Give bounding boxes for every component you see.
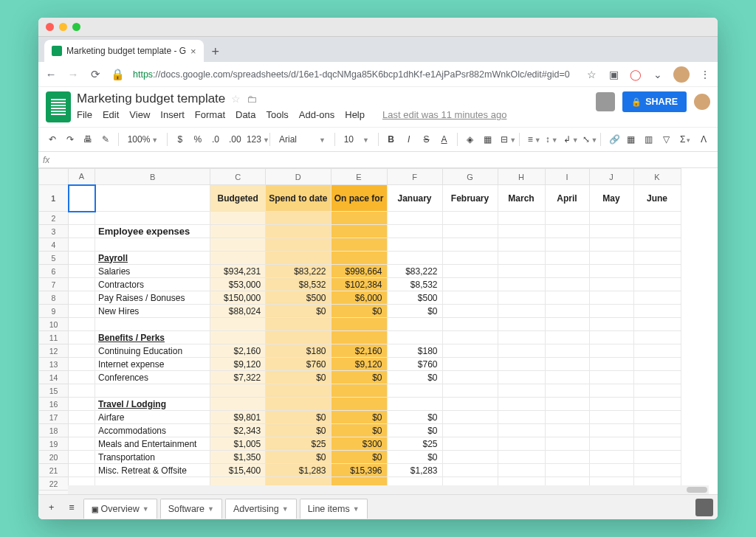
cell-G17[interactable] — [442, 411, 498, 424]
cell-A2[interactable] — [69, 212, 95, 225]
cell-J21[interactable] — [589, 464, 633, 477]
sheet-tab-advertising[interactable]: Advertising ▼ — [225, 499, 297, 519]
text-color-button[interactable]: A — [436, 131, 453, 148]
comment-button[interactable]: ▦ — [623, 131, 639, 148]
cell-H4[interactable] — [498, 238, 545, 252]
cell-F1[interactable]: January — [387, 185, 442, 212]
cell-D20[interactable]: $0 — [266, 451, 331, 464]
cell-C14[interactable]: $7,322 — [210, 371, 266, 384]
cell-F11[interactable] — [387, 331, 442, 344]
cell-E1[interactable]: On pace for — [331, 185, 387, 212]
cell-J4[interactable] — [589, 238, 633, 252]
cell-H11[interactable] — [498, 331, 545, 344]
strike-button[interactable]: S — [419, 131, 435, 148]
spreadsheet-grid[interactable]: ABCDEFGHIJK1BudgetedSpend to dateOn pace… — [38, 168, 718, 494]
cell-J10[interactable] — [589, 318, 633, 331]
sheets-logo[interactable] — [46, 91, 71, 122]
row-header-1[interactable]: 1 — [39, 185, 69, 212]
row-header-8[interactable]: 8 — [39, 291, 69, 305]
cell-G2[interactable] — [442, 212, 498, 225]
undo-icon[interactable]: ↶ — [44, 131, 61, 148]
close-dot[interactable] — [46, 23, 54, 31]
cell-H10[interactable] — [498, 318, 545, 331]
cell-B13[interactable]: Internet expense — [95, 358, 210, 371]
cell-D8[interactable]: $500 — [266, 291, 331, 305]
cell-J18[interactable] — [589, 424, 633, 437]
col-header-H[interactable]: H — [498, 169, 545, 185]
cell-I11[interactable] — [545, 331, 589, 344]
cell-B15[interactable] — [95, 384, 210, 398]
cell-J14[interactable] — [589, 371, 633, 384]
cell-C6[interactable]: $934,231 — [210, 265, 266, 278]
cell-I15[interactable] — [545, 384, 589, 398]
cell-E4[interactable] — [331, 238, 387, 252]
cell-A5[interactable] — [69, 252, 95, 265]
cell-C15[interactable] — [210, 384, 266, 398]
cell-K9[interactable] — [633, 305, 681, 318]
cell-E19[interactable]: $300 — [331, 437, 387, 451]
cell-F15[interactable] — [387, 384, 442, 398]
cell-H18[interactable] — [498, 424, 545, 437]
row-header-21[interactable]: 21 — [39, 464, 69, 477]
url-field[interactable]: https://docs.google.com/spreadsheets/d/1… — [133, 69, 576, 80]
bold-button[interactable]: B — [383, 131, 399, 148]
cell-B5[interactable]: Payroll — [95, 252, 210, 265]
print-icon[interactable]: 🖶 — [80, 131, 96, 148]
cell-H16[interactable] — [498, 398, 545, 411]
cell-B16[interactable]: Travel / Lodging — [95, 398, 210, 411]
cell-A17[interactable] — [69, 411, 95, 424]
chart-button[interactable]: ▥ — [641, 131, 657, 148]
explore-button[interactable] — [695, 499, 713, 516]
cell-D1[interactable]: Spend to date — [266, 185, 331, 212]
menu-edit[interactable]: Edit — [103, 109, 119, 120]
row-header-23[interactable]: 23 — [39, 491, 69, 495]
cell-D21[interactable]: $1,283 — [266, 464, 331, 477]
opera-icon[interactable]: ◯ — [629, 69, 642, 80]
cell-F2[interactable] — [387, 212, 442, 225]
cell-A21[interactable] — [69, 464, 95, 477]
cell-D19[interactable]: $25 — [266, 437, 331, 451]
cell-I6[interactable] — [545, 265, 589, 278]
cell-H12[interactable] — [498, 344, 545, 358]
cell-G19[interactable] — [442, 437, 498, 451]
last-edit-link[interactable]: Last edit was 11 minutes ago — [382, 109, 506, 120]
cell-A7[interactable] — [69, 278, 95, 291]
cell-B11[interactable]: Benefits / Perks — [95, 331, 210, 344]
font-select[interactable]: Arial▼ — [275, 131, 330, 148]
cell-C5[interactable] — [210, 252, 266, 265]
cell-I4[interactable] — [545, 238, 589, 252]
cell-G14[interactable] — [442, 371, 498, 384]
valign-button[interactable]: ↕▼ — [542, 131, 558, 148]
cell-H21[interactable] — [498, 464, 545, 477]
cell-A11[interactable] — [69, 331, 95, 344]
collapse-toolbar-icon[interactable]: ᐱ — [695, 131, 712, 148]
cell-A4[interactable] — [69, 238, 95, 252]
cell-A14[interactable] — [69, 371, 95, 384]
cell-I9[interactable] — [545, 305, 589, 318]
cell-C3[interactable] — [210, 225, 266, 238]
borders-button[interactable]: ▦ — [479, 131, 495, 148]
zoom-select[interactable]: 100%▼ — [123, 131, 163, 148]
cell-C12[interactable]: $2,160 — [210, 344, 266, 358]
cell-J8[interactable] — [589, 291, 633, 305]
cell-B6[interactable]: Salaries — [95, 265, 210, 278]
cell-F8[interactable]: $500 — [387, 291, 442, 305]
browser-tab[interactable]: Marketing budget template - G × — [44, 40, 204, 62]
cell-B12[interactable]: Continuing Education — [95, 344, 210, 358]
cell-H5[interactable] — [498, 252, 545, 265]
cell-D18[interactable]: $0 — [266, 424, 331, 437]
cell-H19[interactable] — [498, 437, 545, 451]
menu-file[interactable]: File — [77, 109, 92, 120]
cell-H17[interactable] — [498, 411, 545, 424]
cell-K20[interactable] — [633, 451, 681, 464]
account-avatar[interactable] — [694, 94, 710, 110]
cell-D5[interactable] — [266, 252, 331, 265]
cell-J9[interactable] — [589, 305, 633, 318]
cell-F12[interactable]: $180 — [387, 344, 442, 358]
pocket-icon[interactable]: ⌄ — [651, 69, 664, 80]
share-button[interactable]: 🔒SHARE — [622, 91, 687, 112]
cell-F16[interactable] — [387, 398, 442, 411]
cell-E18[interactable]: $0 — [331, 424, 387, 437]
cell-G9[interactable] — [442, 305, 498, 318]
formula-bar[interactable]: fx — [38, 152, 718, 168]
